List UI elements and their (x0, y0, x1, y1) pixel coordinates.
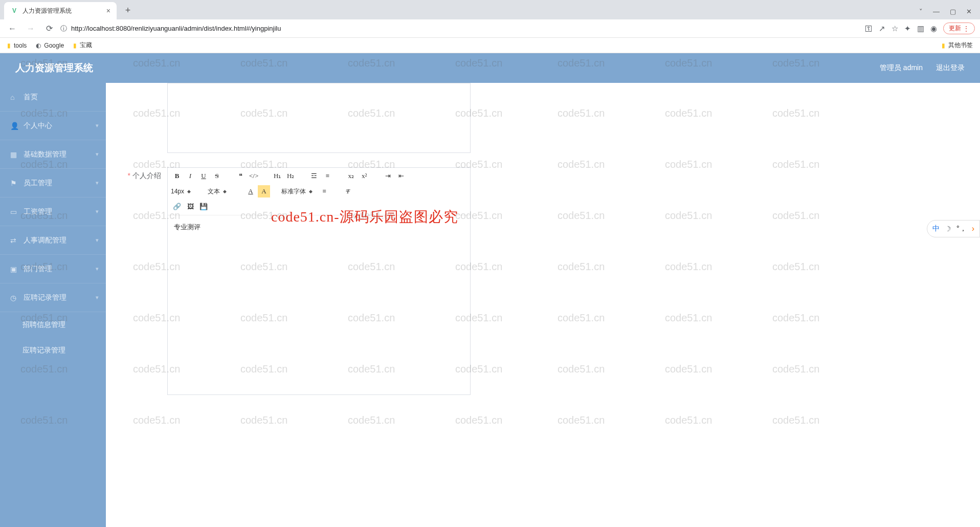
subscript-button[interactable]: x₂ (345, 170, 357, 182)
folder-icon: ▮ (73, 42, 77, 49)
caret-icon: ◆ (187, 189, 191, 194)
code-block-button[interactable]: </> (248, 170, 260, 182)
sidebar-sub-recruit-info[interactable]: 招聘信息管理 (0, 312, 106, 338)
editor-content[interactable]: 专业测评 (168, 215, 470, 394)
url-text: http://localhost:8080/renliziyuanguanli/… (71, 25, 281, 32)
address-bar[interactable]: ⓘ http://localhost:8080/renliziyuanguanl… (60, 21, 861, 36)
font-color-button[interactable]: A (244, 185, 257, 197)
link-button[interactable]: 🔗 (171, 201, 183, 213)
previous-field-box[interactable] (167, 83, 471, 153)
chevron-down-icon: ▾ (96, 266, 99, 272)
sidebar-item-staff[interactable]: ⚑员工管理▾ (0, 169, 106, 197)
current-user-label[interactable]: 管理员 admin (880, 63, 923, 73)
superscript-button[interactable]: x² (358, 170, 370, 182)
folder-icon: ▮ (942, 42, 945, 49)
underline-button[interactable]: U (197, 170, 210, 182)
form-row-intro: *个人介绍 B I U S ❝ </> H₁ H₂ ☲ (116, 167, 980, 395)
sidebar-item-home[interactable]: ⌂首页 (0, 83, 106, 112)
sidepanel-icon[interactable]: ▥ (917, 24, 924, 33)
block-type-select[interactable]: 文本◆ (208, 187, 243, 196)
italic-button[interactable]: I (184, 170, 196, 182)
user-icon: 👤 (10, 122, 18, 130)
save-button[interactable]: 💾 (197, 201, 210, 213)
ime-arrow-icon: › (972, 224, 974, 233)
close-tab-icon[interactable]: × (106, 7, 110, 15)
bg-color-button[interactable]: A (258, 185, 270, 197)
nav-back-icon[interactable]: ← (5, 21, 19, 36)
window-controls: ˅ — ▢ ✕ (919, 8, 980, 19)
browser-update-button[interactable]: 更新⋮ (943, 23, 975, 34)
bookmark-baozang[interactable]: ▮宝藏 (73, 41, 92, 50)
font-size-select[interactable]: 14px◆ (171, 188, 207, 195)
record-icon: ◷ (10, 294, 18, 302)
google-icon: ◐ (36, 42, 41, 49)
folder-icon: ▮ (7, 42, 11, 49)
sidebar-item-apply-record[interactable]: ◷应聘记录管理▾ (0, 283, 106, 312)
app-title: 人力资源管理系统 (15, 61, 93, 75)
window-close-icon[interactable]: ✕ (966, 8, 972, 15)
caret-icon: ◆ (309, 189, 313, 194)
window-minimize-icon[interactable]: — (933, 8, 940, 15)
chevron-down-icon: ▾ (96, 122, 99, 129)
bookmarks-bar: ▮tools ◐Google ▮宝藏 ▮其他书签 (0, 38, 980, 53)
sidebar-item-dept[interactable]: ▣部门管理▾ (0, 255, 106, 283)
grid-icon: ▦ (10, 150, 18, 159)
sidebar: ⌂首页 👤个人中心▾ ▦基础数据管理▾ ⚑员工管理▾ ▭工资管理▾ ⇄人事调配管… (0, 83, 106, 527)
share-icon[interactable]: ↗ (879, 24, 885, 33)
h1-button[interactable]: H₁ (271, 170, 283, 182)
browser-tab[interactable]: V 人力资源管理系统 × (4, 2, 117, 19)
main-content: *个人介绍 B I U S ❝ </> H₁ H₂ ☲ (106, 83, 980, 527)
chevron-down-icon: ▾ (96, 294, 99, 301)
caret-icon: ◆ (223, 189, 227, 194)
key-icon[interactable]: ⚿ (865, 24, 873, 33)
bookmark-star-icon[interactable]: ☆ (892, 24, 898, 33)
unordered-list-button[interactable]: ≡ (321, 170, 333, 182)
tab-title: 人力资源管理系统 (23, 7, 72, 15)
salary-icon: ▭ (10, 208, 18, 216)
clear-format-button[interactable]: T (342, 185, 354, 197)
transfer-icon: ⇄ (10, 236, 18, 245)
chevron-down-icon: ▾ (96, 237, 99, 244)
quote-button[interactable]: ❝ (234, 170, 247, 182)
profile-icon[interactable]: ◉ (930, 24, 937, 33)
home-icon: ⌂ (10, 93, 18, 101)
extensions-icon[interactable]: ✦ (904, 24, 911, 33)
image-button[interactable]: 🖼 (184, 201, 196, 213)
intro-label: *个人介绍 (116, 167, 167, 181)
ime-comma: °， (956, 224, 967, 233)
chevron-down-icon: ▾ (96, 180, 99, 186)
ordered-list-button[interactable]: ☲ (308, 170, 320, 182)
sidebar-sub-apply-record[interactable]: 应聘记录管理 (0, 338, 106, 363)
ime-indicator[interactable]: 中 ☽ °， › (927, 220, 980, 237)
app-header: 人力资源管理系统 管理员 admin 退出登录 (0, 53, 980, 83)
align-button[interactable]: ≡ (318, 185, 330, 197)
bookmark-other[interactable]: ▮其他书签 (942, 41, 973, 50)
strike-button[interactable]: S (211, 170, 223, 182)
app-root: 人力资源管理系统 管理员 admin 退出登录 ⌂首页 👤个人中心▾ ▦基础数据… (0, 53, 980, 527)
window-dropdown-icon[interactable]: ˅ (919, 8, 923, 15)
font-family-select[interactable]: 标准字体◆ (281, 187, 317, 196)
bookmark-tools[interactable]: ▮tools (7, 42, 27, 49)
outdent-button[interactable]: ⇤ (395, 170, 407, 182)
moon-icon: ☽ (945, 225, 951, 233)
address-bar-row: ← → ⟳ ⓘ http://localhost:8080/renliziyua… (0, 19, 980, 38)
chevron-down-icon: ▾ (96, 208, 99, 215)
nav-forward-icon[interactable]: → (24, 21, 38, 36)
nav-reload-icon[interactable]: ⟳ (42, 21, 56, 36)
bold-button[interactable]: B (171, 170, 183, 182)
sidebar-item-transfer[interactable]: ⇄人事调配管理▾ (0, 226, 106, 255)
site-info-icon[interactable]: ⓘ (60, 24, 67, 33)
dept-icon: ▣ (10, 265, 18, 273)
sidebar-item-profile[interactable]: 👤个人中心▾ (0, 112, 106, 140)
logout-link[interactable]: 退出登录 (936, 63, 965, 73)
sidebar-item-salary[interactable]: ▭工资管理▾ (0, 197, 106, 226)
window-maximize-icon[interactable]: ▢ (950, 8, 956, 15)
sidebar-item-basedata[interactable]: ▦基础数据管理▾ (0, 140, 106, 169)
rich-text-editor: B I U S ❝ </> H₁ H₂ ☲ ≡ x₂ (167, 167, 471, 395)
new-tab-button[interactable]: + (121, 3, 135, 17)
bookmark-google[interactable]: ◐Google (36, 42, 64, 49)
indent-button[interactable]: ⇥ (382, 170, 394, 182)
vue-favicon: V (10, 7, 18, 15)
h2-button[interactable]: H₂ (284, 170, 297, 182)
staff-icon: ⚑ (10, 179, 18, 187)
